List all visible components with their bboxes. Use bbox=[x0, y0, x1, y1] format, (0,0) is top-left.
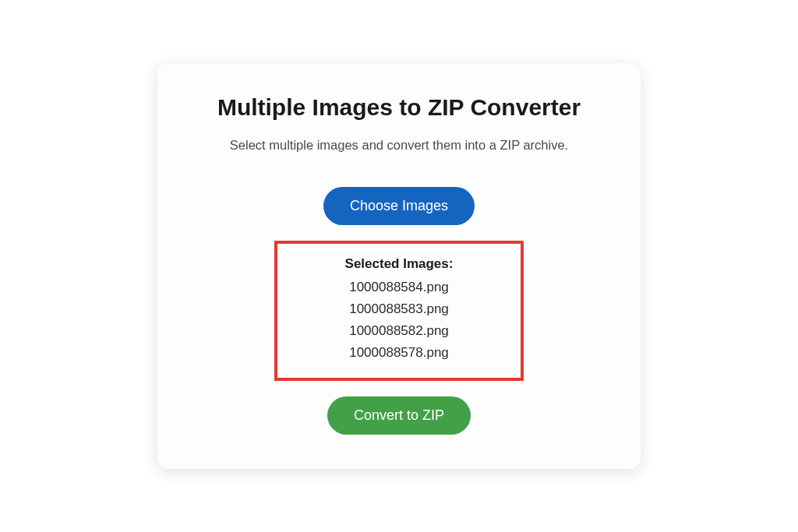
list-item: 1000088582.png bbox=[349, 320, 449, 342]
list-item: 1000088584.png bbox=[349, 277, 449, 298]
converter-card: Multiple Images to ZIP Converter Select … bbox=[157, 63, 641, 469]
choose-images-button[interactable]: Choose Images bbox=[323, 187, 475, 225]
convert-to-zip-button[interactable]: Convert to ZIP bbox=[327, 396, 471, 435]
selected-images-label: Selected Images: bbox=[345, 256, 454, 272]
list-item: 1000088578.png bbox=[349, 342, 449, 364]
page-title: Multiple Images to ZIP Converter bbox=[217, 94, 581, 121]
selected-images-box: Selected Images: 1000088584.png 10000885… bbox=[274, 241, 524, 381]
page-subtitle: Select multiple images and convert them … bbox=[230, 138, 568, 153]
list-item: 1000088583.png bbox=[349, 298, 449, 320]
